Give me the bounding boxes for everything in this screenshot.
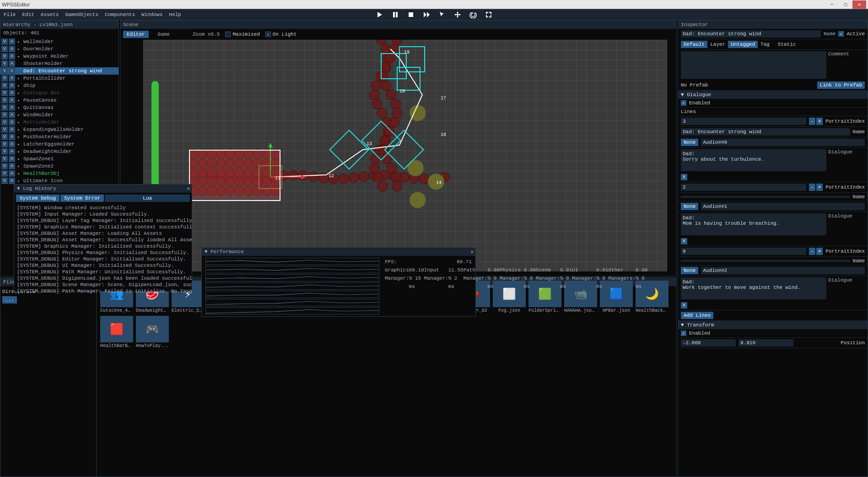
active-checkbox[interactable]: ✓ [838, 31, 844, 37]
hierarchy-item[interactable]: VA▸SpawnZone2 [0, 163, 119, 170]
close-button[interactable]: ✕ [852, 0, 866, 9]
maximised-checkbox[interactable]: Maximised [225, 32, 259, 37]
delete-dialogue-button[interactable]: X [681, 174, 687, 180]
expand-icon[interactable]: ▸ [17, 47, 22, 52]
hierarchy-item[interactable]: VA▸SpawnZone1 [0, 155, 119, 163]
visibility-toggle[interactable]: V [1, 156, 8, 162]
expand-icon[interactable]: ▸ [17, 179, 22, 184]
directory-up-button[interactable]: ... [2, 296, 17, 304]
hierarchy-item[interactable]: VAShooterHolder [0, 60, 119, 67]
expand-icon[interactable]: ▸ [17, 171, 22, 176]
active-toggle[interactable]: A [9, 170, 15, 177]
expand-icon[interactable]: ▸ [17, 135, 22, 140]
menu-components[interactable]: Components [105, 12, 135, 17]
dialogue-name-field[interactable] [681, 196, 850, 198]
log-tab-lua[interactable]: Lua [105, 195, 190, 202]
visibility-toggle[interactable]: V [1, 178, 8, 184]
visibility-toggle[interactable]: V [1, 75, 8, 81]
link-prefab-button[interactable]: Link to Prefab [817, 81, 865, 89]
dialogue-name-field[interactable]: Dad: Encounter strong wind [681, 128, 850, 136]
active-toggle[interactable]: A [9, 141, 15, 147]
audio-field[interactable]: Audio##0 [701, 139, 865, 146]
visibility-toggle[interactable]: V [1, 134, 8, 140]
audio-field[interactable]: Audio##2 [701, 267, 865, 274]
active-toggle[interactable]: A [9, 38, 15, 45]
hierarchy-item[interactable]: VA▸PusShooterHolder [0, 133, 119, 141]
log-tab-error[interactable]: System Error [60, 195, 104, 202]
active-toggle[interactable]: A [9, 68, 15, 74]
expand-icon[interactable]: ▸ [17, 76, 22, 81]
dialogue-text-field[interactable]: Dad:Sorry about the turbulence. [681, 149, 826, 171]
expand-icon[interactable]: ▸ [17, 127, 22, 132]
menu-help[interactable]: Help [169, 12, 181, 17]
expand-icon[interactable]: ▸ [17, 105, 22, 110]
active-toggle[interactable]: A [9, 112, 15, 118]
rotate-tool[interactable] [468, 9, 479, 20]
active-toggle[interactable]: A [9, 46, 15, 52]
tab-game[interactable]: Game [154, 31, 173, 38]
hierarchy-item[interactable]: VA▸Dialogue Box [0, 89, 119, 97]
expand-icon[interactable]: ▸ [17, 157, 22, 162]
expand-icon[interactable]: ▸ [17, 142, 22, 147]
expand-icon[interactable]: ▸ [17, 164, 22, 169]
maximize-button[interactable]: ▢ [839, 0, 852, 9]
visibility-toggle[interactable]: V [1, 68, 8, 74]
visibility-toggle[interactable]: V [1, 60, 8, 67]
hierarchy-item[interactable]: VADad: Encounter strong wind [0, 67, 119, 75]
add-lines-button[interactable]: Add Lines [681, 312, 713, 319]
expand-icon[interactable]: ▸ [17, 54, 22, 59]
dialogue-text-field[interactable]: Dad:Work together to move against the wi… [681, 277, 826, 299]
perf-close-button[interactable]: ✕ [470, 249, 474, 255]
active-toggle[interactable]: A [9, 148, 15, 155]
active-toggle[interactable]: A [9, 134, 15, 140]
visibility-toggle[interactable]: V [1, 119, 8, 125]
visibility-toggle[interactable]: V [1, 82, 8, 89]
expand-icon[interactable]: ▸ [17, 91, 22, 96]
active-toggle[interactable]: A [9, 82, 15, 89]
dialogue-name-field[interactable] [681, 260, 850, 262]
lines-count-field[interactable]: 3 [681, 118, 806, 125]
active-toggle[interactable]: A [9, 119, 15, 125]
visibility-toggle[interactable]: V [1, 170, 8, 177]
onlight-checkbox[interactable]: ✓On Light [265, 32, 297, 37]
visibility-toggle[interactable]: V [1, 141, 8, 147]
active-toggle[interactable]: A [9, 163, 15, 169]
active-toggle[interactable]: A [9, 60, 15, 67]
comment-field[interactable] [681, 51, 826, 79]
untagged-button[interactable]: Untagged [728, 41, 758, 48]
hierarchy-item[interactable]: VA▸DoorHolder [0, 45, 119, 53]
expand-icon[interactable]: ▸ [17, 83, 22, 88]
active-toggle[interactable]: A [9, 178, 15, 184]
delete-dialogue-button[interactable]: X [681, 238, 687, 244]
log-tab-debug[interactable]: System Debug [16, 195, 59, 202]
active-toggle[interactable]: A [9, 75, 15, 81]
log-title[interactable]: ▼ Log History [14, 184, 192, 193]
audio-field[interactable]: Audio##1 [701, 203, 865, 210]
hierarchy-item[interactable]: VA▸Waypoint Holder [0, 53, 119, 60]
hierarchy-item[interactable]: VA▸LatcherEggsHolder [0, 141, 119, 148]
hierarchy-item[interactable]: VA▸PortalCollider [0, 75, 119, 82]
minimize-button[interactable]: ─ [825, 0, 839, 9]
move-tool[interactable] [452, 9, 463, 20]
expand-icon[interactable]: ▸ [17, 113, 22, 118]
stop-button[interactable] [405, 9, 416, 20]
menu-assets[interactable]: Assets [41, 12, 59, 17]
file-item[interactable]: 🟥HealthBarB... [100, 316, 133, 348]
audio-none-button[interactable]: None [681, 267, 698, 274]
audio-none-button[interactable]: None [681, 203, 698, 210]
dialogue-text-field[interactable]: Dad:Mom is having trouble breathing. [681, 213, 826, 235]
pause-button[interactable] [390, 9, 401, 20]
hierarchy-item[interactable]: VA▸DeadweightHolder [0, 148, 119, 155]
portrait-index-field[interactable]: 2 [681, 184, 806, 191]
hierarchy-item[interactable]: VA▸ExpandingWallsHolder [0, 126, 119, 133]
active-toggle[interactable]: A [9, 104, 15, 111]
audio-none-button[interactable]: None [681, 139, 698, 146]
visibility-toggle[interactable]: V [1, 112, 8, 118]
active-toggle[interactable]: A [9, 97, 15, 103]
log-close-button[interactable]: ✕ [187, 185, 190, 191]
visibility-toggle[interactable]: V [1, 163, 8, 169]
tab-editor[interactable]: Editor [123, 31, 149, 38]
hierarchy-item[interactable]: VA▸HealthBarObj [0, 170, 119, 177]
portrait-minus[interactable]: - [809, 184, 815, 191]
pos-x-field[interactable]: -2.068 [681, 339, 736, 347]
